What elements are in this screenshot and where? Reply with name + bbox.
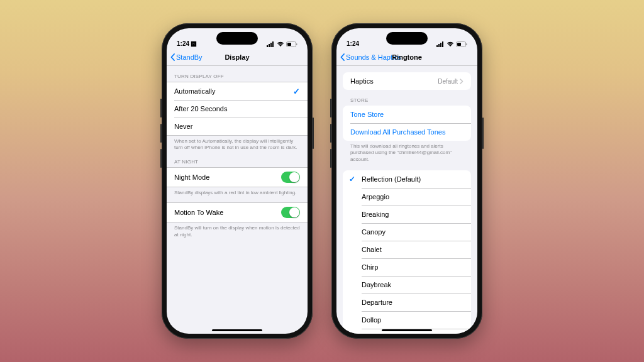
section-footer: StandBy will turn on the display when mo… [167, 222, 308, 238]
motion-toggle[interactable] [281, 207, 300, 218]
ringtone-item[interactable]: ✓Reflection (Default) [343, 170, 471, 188]
tone-label: Daybreak [362, 281, 391, 288]
wifi-icon [447, 41, 454, 47]
motion-to-wake-row: Motion To Wake [167, 203, 308, 222]
dynamic-island [216, 32, 258, 45]
ringtone-item[interactable]: Canopy [343, 223, 471, 241]
section-footer: This will download all ringtones and ale… [336, 141, 477, 163]
section-header-at-night: AT NIGHT [167, 151, 308, 167]
ringtone-item[interactable]: Chirp [343, 258, 471, 276]
haptics-value: Default [438, 78, 464, 85]
ringtone-item[interactable]: Chalet [343, 241, 471, 258]
ringtone-item[interactable]: Arpeggio [343, 188, 471, 206]
chevron-left-icon [340, 53, 345, 61]
night-mode-label: Night Mode [174, 173, 209, 181]
iphone-left-frame: 1:24 🅱 StandBy Display TURN DISPLAY OFF … [162, 23, 313, 339]
section-footer: When set to Automatically, the display w… [167, 136, 308, 151]
option-never[interactable]: Never [167, 118, 308, 135]
download-tones-link[interactable]: Download All Purchased Tones [343, 123, 471, 141]
link-label: Tone Store [350, 111, 384, 118]
haptics-row[interactable]: Haptics Default [343, 72, 471, 90]
iphone-right-screen: 1:24 Sounds & Haptics Ringtone Haptics D… [336, 28, 477, 334]
link-label: Download All Purchased Tones [350, 128, 445, 136]
svg-rect-2 [270, 43, 272, 47]
ringtone-item[interactable]: Breaking [343, 206, 471, 223]
ringtone-item[interactable]: Daybreak [343, 276, 471, 293]
night-mode-row: Night Mode [167, 168, 308, 187]
option-automatically[interactable]: Automatically ✓ [167, 82, 308, 100]
section-footer: StandBy displays with a red tint in low … [167, 187, 308, 196]
tone-label: Reflection (Default) [362, 175, 421, 183]
option-label: Automatically [174, 87, 215, 95]
ringtone-item[interactable]: Departure [343, 293, 471, 311]
svg-rect-12 [457, 43, 461, 46]
tone-label: Canopy [362, 228, 386, 236]
status-time: 1:24 🅱 [177, 40, 196, 47]
svg-rect-5 [287, 43, 291, 46]
tone-label: Chirp [362, 263, 378, 271]
page-title: Display [225, 53, 249, 61]
tone-label: Dollop [362, 316, 381, 324]
haptics-group: Haptics Default [343, 72, 471, 90]
svg-rect-3 [272, 41, 274, 47]
motion-label: Motion To Wake [174, 209, 223, 216]
svg-rect-13 [466, 43, 467, 45]
home-indicator[interactable] [382, 329, 432, 331]
checkmark-icon: ✓ [349, 175, 355, 184]
dynamic-island [386, 32, 428, 45]
svg-rect-0 [267, 45, 268, 47]
wifi-icon [277, 41, 284, 47]
tone-label: Breaking [362, 211, 389, 218]
page-title: Ringtone [392, 53, 422, 61]
nav-bar: Sounds & Haptics Ringtone [336, 48, 477, 66]
settings-content[interactable]: Haptics Default STORE Tone Store Downloa… [336, 66, 477, 334]
svg-rect-9 [440, 43, 441, 47]
cellular-icon [267, 41, 275, 47]
store-group: Tone Store Download All Purchased Tones [343, 106, 471, 141]
motion-group: Motion To Wake [167, 202, 308, 222]
settings-content[interactable]: TURN DISPLAY OFF Automatically ✓ After 2… [167, 66, 308, 334]
battery-icon [456, 41, 467, 47]
chevron-right-icon [460, 79, 464, 84]
battery-icon [286, 41, 297, 47]
ringtone-list: ✓Reflection (Default) Arpeggio Breaking … [343, 170, 471, 334]
status-icons [267, 41, 297, 47]
svg-rect-10 [442, 41, 443, 47]
tone-label: Departure [362, 299, 392, 306]
svg-rect-7 [436, 45, 438, 47]
tone-label: Chalet [362, 246, 382, 253]
svg-rect-1 [269, 44, 270, 47]
section-header-turn-off: TURN DISPLAY OFF [167, 66, 308, 82]
iphone-left-screen: 1:24 🅱 StandBy Display TURN DISPLAY OFF … [167, 28, 308, 334]
back-button[interactable]: StandBy [170, 53, 203, 61]
status-icons [436, 41, 467, 47]
status-time: 1:24 [347, 40, 359, 47]
tone-store-link[interactable]: Tone Store [343, 106, 471, 123]
turn-off-group: Automatically ✓ After 20 Seconds Never [167, 82, 308, 136]
svg-rect-8 [438, 44, 440, 47]
section-header-store: STORE [336, 90, 477, 106]
night-mode-toggle[interactable] [281, 172, 300, 183]
option-label: Never [174, 123, 192, 130]
home-indicator[interactable] [212, 329, 262, 331]
tone-label: Arpeggio [362, 193, 389, 200]
option-label: After 20 Seconds [174, 105, 227, 112]
svg-rect-6 [296, 43, 297, 45]
checkmark-icon: ✓ [293, 87, 300, 96]
haptics-label: Haptics [350, 77, 374, 85]
cellular-icon [436, 41, 445, 47]
night-group: Night Mode [167, 167, 308, 187]
ringtone-item[interactable]: Dollop [343, 311, 471, 329]
option-after-20s[interactable]: After 20 Seconds [167, 100, 308, 118]
iphone-right-frame: 1:24 Sounds & Haptics Ringtone Haptics D… [331, 23, 482, 339]
nav-bar: StandBy Display [167, 48, 308, 66]
back-label: StandBy [176, 53, 203, 61]
chevron-left-icon [170, 53, 175, 61]
